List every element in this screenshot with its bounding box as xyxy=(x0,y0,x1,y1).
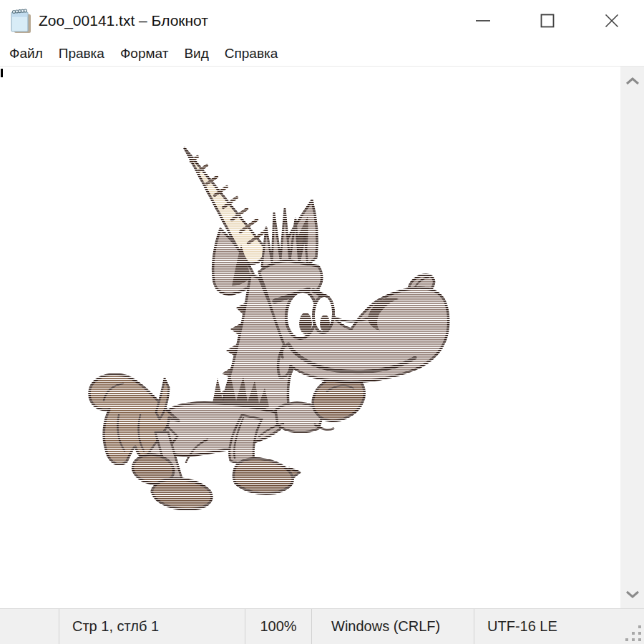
status-bar: Стр 1, стлб 1 100% Windows (CRLF) UTF-16… xyxy=(0,608,644,644)
scroll-down-button[interactable] xyxy=(620,580,644,608)
window-title: Zoo_00141.txt – Блокнот xyxy=(39,12,208,29)
minimize-icon xyxy=(475,13,491,29)
maximize-button[interactable] xyxy=(515,0,580,41)
status-cursor-position: Стр 1, стлб 1 xyxy=(59,609,245,644)
window-controls xyxy=(451,0,644,41)
menu-help[interactable]: Справка xyxy=(217,44,286,64)
vertical-scrollbar[interactable] xyxy=(620,67,644,608)
close-icon xyxy=(604,13,620,29)
unicorn-text-art xyxy=(72,129,472,558)
menu-edit[interactable]: Правка xyxy=(51,44,112,64)
title-bar: Zoo_00141.txt – Блокнот xyxy=(0,0,644,41)
chevron-down-icon xyxy=(625,590,640,598)
status-zoom-level: 100% xyxy=(245,609,312,644)
minimize-button[interactable] xyxy=(451,0,515,41)
menu-file[interactable]: Файл xyxy=(1,44,51,64)
status-encoding: UTF-16 LE xyxy=(474,609,644,644)
notepad-window: Zoo_00141.txt – Блокнот Файл Пра xyxy=(0,0,644,644)
status-line-ending: Windows (CRLF) xyxy=(312,609,474,644)
menu-bar: Файл Правка Формат Вид Справка xyxy=(0,41,644,67)
menu-view[interactable]: Вид xyxy=(176,44,216,64)
maximize-icon xyxy=(540,13,555,29)
scanline-overlay xyxy=(72,129,472,558)
resize-grip[interactable] xyxy=(625,625,642,642)
scroll-up-button[interactable] xyxy=(620,67,644,95)
text-area[interactable] xyxy=(0,67,644,608)
chevron-up-icon xyxy=(625,77,640,85)
status-spacer xyxy=(0,609,59,644)
menu-format[interactable]: Формат xyxy=(112,44,177,64)
notepad-app-icon xyxy=(8,7,32,34)
text-caret xyxy=(1,69,3,77)
close-button[interactable] xyxy=(580,0,644,41)
